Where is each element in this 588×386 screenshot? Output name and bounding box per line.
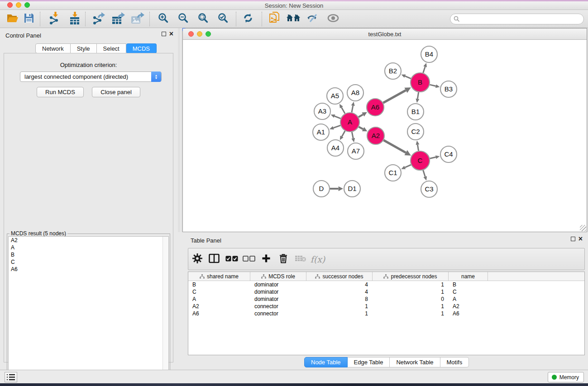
new-network-from-selection-icon[interactable] [269,11,281,27]
mcds-result-item[interactable]: C [9,258,168,266]
criterion-dropdown[interactable]: largest connected component (directed) ▲… [20,71,162,82]
tab-motifs[interactable]: Motifs [440,357,469,367]
column-header-predecessor-nodes[interactable]: predecessor nodes [373,272,449,281]
node-A8[interactable]: A8 [347,85,363,101]
node-A4[interactable]: A4 [327,140,344,156]
edge-B-B1[interactable] [417,92,418,99]
zoom-in-icon[interactable] [158,13,169,25]
node-B[interactable]: B [411,73,430,92]
tab-edge-table[interactable]: Edge Table [348,357,390,367]
export-table-icon[interactable] [111,12,126,26]
export-network-icon[interactable] [92,12,106,26]
mcds-result-list[interactable]: A2ABCA6 [8,236,169,384]
table-cell[interactable]: 1 [306,310,373,317]
node-A3[interactable]: A3 [314,103,330,119]
zoom-selected-icon[interactable] [218,13,229,25]
delete-column-icon[interactable] [279,253,288,265]
export-image-icon[interactable] [131,12,145,26]
table-cell[interactable]: connector [250,310,306,317]
edge-A-A1[interactable] [333,125,340,128]
node-A[interactable]: A [340,113,359,132]
import-network-icon[interactable] [49,12,61,26]
open-session-icon[interactable] [6,13,19,25]
table-row[interactable]: Bdominator41B [188,281,584,288]
table-cell[interactable]: dominator [250,288,306,295]
mcds-result-item[interactable]: A2 [9,237,168,244]
tab-network[interactable]: Network [35,43,71,53]
table-cell[interactable]: B [188,281,250,288]
network-window-titlebar[interactable]: testGlobe.txt [183,29,587,40]
function-builder-icon[interactable]: f(x) [311,254,325,264]
edge-A-A4[interactable] [342,131,345,137]
edge-A-A3[interactable] [335,116,341,119]
edge-C-C3[interactable] [423,170,425,176]
table-cell[interactable]: 8 [306,295,373,303]
table-cell[interactable]: 1 [373,310,449,317]
run-mcds-button[interactable]: Run MCDS [37,87,84,97]
zoom-out-icon[interactable] [178,13,189,25]
tab-node-table[interactable]: Node Table [304,357,348,367]
mcds-result-item[interactable]: A [9,244,168,251]
save-session-icon[interactable] [24,13,34,25]
node-C2[interactable]: C2 [407,124,424,140]
float-panel-icon[interactable] [162,32,166,36]
table-cell[interactable]: dominator [250,281,306,288]
table-float-icon[interactable] [571,237,575,241]
close-panel-icon[interactable]: × [169,32,173,36]
node-B2[interactable]: B2 [385,63,401,79]
node-A1[interactable]: A1 [313,124,329,140]
column-header-shared-name[interactable]: shared name [188,272,250,281]
table-close-icon[interactable]: × [578,237,583,241]
table-cell[interactable]: A [449,295,488,303]
edge-A-A6[interactable] [359,114,363,117]
node-A7[interactable]: A7 [348,143,364,159]
node-A5[interactable]: A5 [327,88,343,104]
edge-C-C2[interactable] [417,145,418,151]
node-B3[interactable]: B3 [440,81,457,97]
table-cell[interactable]: 4 [306,288,373,295]
table-row[interactable]: A6connector11A6 [188,310,584,317]
table-cell[interactable]: C [188,288,250,295]
table-row[interactable]: Adominator80A [188,295,584,303]
select-all-checkboxes-icon[interactable] [225,255,238,263]
table-cell[interactable]: dominator [250,295,306,303]
deselect-all-checkboxes-icon[interactable] [243,255,255,263]
table-cell[interactable]: 1 [373,303,449,310]
hide-selected-icon[interactable] [306,13,319,25]
import-table-icon[interactable] [69,12,81,26]
table-cell[interactable]: A2 [449,303,488,310]
node-C[interactable]: C [411,151,430,170]
delete-table-icon[interactable] [295,255,306,264]
tab-select[interactable]: Select [97,43,126,53]
node-A2[interactable]: A2 [367,127,384,144]
table-cell[interactable]: A6 [449,310,488,317]
tab-mcds[interactable]: MCDS [126,43,157,53]
network-canvas[interactable]: AA5A8A3A1A4A7A6A2BB2B4B3B1CC2C4C1C3DD1 [183,40,587,232]
add-column-icon[interactable] [262,254,271,264]
table-row[interactable]: Cdominator41C [188,288,584,295]
table-cell[interactable]: 0 [373,295,449,303]
edge-B-B3[interactable] [430,85,435,86]
search-field[interactable] [450,14,584,24]
resize-grip-icon[interactable] [580,225,586,231]
edge-A-A2[interactable] [359,127,363,129]
first-neighbors-icon[interactable] [286,13,301,25]
tab-network-table[interactable]: Network Table [390,357,440,367]
table-cell[interactable]: A [188,295,250,303]
refresh-icon[interactable] [243,12,254,25]
mcds-result-item[interactable]: A6 [9,266,168,273]
table-cell[interactable]: connector [250,303,306,310]
network-graph[interactable]: AA5A8A3A1A4A7A6A2BB2B4B3B1CC2C4C1C3DD1 [183,40,587,232]
task-history-button[interactable] [5,372,17,382]
table-row[interactable]: A2connector11A2 [188,303,584,310]
node-C4[interactable]: C4 [440,146,457,162]
column-header-MCDS-role[interactable]: MCDS role [250,272,306,281]
table-cell[interactable]: 1 [306,303,373,310]
node-D1[interactable]: D1 [344,181,360,197]
result-scrollbar[interactable] [163,237,168,384]
table-cell[interactable]: A6 [188,310,250,317]
node-A6[interactable]: A6 [367,99,384,116]
edge-B-B4[interactable] [423,67,425,73]
table-cell[interactable]: A2 [188,303,250,310]
table-cell[interactable]: 1 [373,281,449,288]
